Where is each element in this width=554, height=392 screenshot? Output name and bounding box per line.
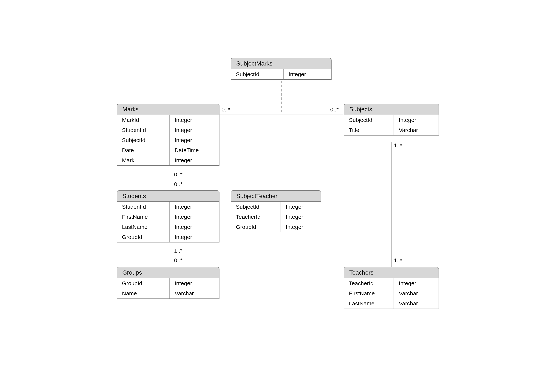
field-name: GroupId [117, 278, 170, 288]
field-name: Name [117, 288, 170, 299]
field-type: Integer [283, 69, 332, 79]
entity-teachers: Teachers TeacherId Integer FirstName Var… [344, 267, 439, 309]
field-type: Integer [170, 278, 220, 288]
multiplicity-subjects-bottom: 1..* [394, 142, 402, 149]
field-name: TeacherId [231, 212, 281, 222]
field-type: Integer [281, 202, 321, 212]
field-name: MarkId [117, 115, 170, 125]
field-name: Title [344, 125, 394, 135]
field-type: Integer [170, 135, 220, 145]
entity-title: Teachers [344, 267, 439, 278]
field-name: StudentId [117, 125, 170, 135]
field-type: Integer [281, 212, 321, 222]
field-type: Integer [394, 115, 439, 125]
field-type: Integer [170, 232, 220, 242]
field-name: GroupId [231, 222, 281, 232]
field-type: Varchar [394, 125, 439, 135]
entity-subjectteacher: SubjectTeacher SubjectId Integer Teacher… [231, 190, 321, 232]
multiplicity-students-bottom: 1..* [174, 247, 183, 254]
entity-title: Subjects [344, 104, 439, 115]
entity-groups: Groups GroupId Integer Name Varchar [117, 267, 220, 299]
field-type: Integer [170, 202, 220, 212]
entity-subjectmarks: SubjectMarks SubjectId Integer [231, 58, 332, 80]
er-diagram-canvas: 0..* 0..* 0..* 0..* 1..* 0..* 1..* 1..* … [0, 0, 554, 392]
field-type: Integer [170, 222, 220, 232]
field-type: Integer [170, 115, 220, 125]
multiplicity-groups-top: 0..* [174, 257, 183, 264]
field-type: Integer [170, 212, 220, 222]
field-name: TeacherId [344, 278, 394, 288]
field-name: StudentId [117, 202, 170, 212]
entity-title: Groups [117, 267, 219, 278]
entity-title: Marks [117, 104, 219, 115]
field-name: Date [117, 145, 170, 155]
entity-title: Students [117, 191, 219, 202]
field-name: SubjectId [344, 115, 394, 125]
multiplicity-marks-bottom: 0..* [174, 171, 183, 178]
field-name: Mark [117, 155, 170, 165]
multiplicity-marks-subjects-left: 0..* [221, 106, 230, 113]
field-type: Varchar [170, 288, 220, 299]
field-type: Varchar [394, 299, 439, 308]
field-type: Integer [170, 125, 220, 135]
field-type: Integer [281, 222, 321, 232]
field-name: SubjectId [117, 135, 170, 145]
field-name: GroupId [117, 232, 170, 242]
multiplicity-marks-subjects-right: 0..* [330, 106, 339, 113]
multiplicity-teachers-top: 1..* [394, 257, 402, 264]
field-name: LastName [344, 299, 394, 308]
field-name: FirstName [117, 212, 170, 222]
entity-marks: Marks MarkId Integer StudentId Integer S… [117, 104, 220, 166]
entity-title: SubjectMarks [231, 58, 331, 69]
field-name: FirstName [344, 288, 394, 299]
field-type: Integer [394, 278, 439, 288]
entity-students: Students StudentId Integer FirstName Int… [117, 190, 220, 243]
entity-title: SubjectTeacher [231, 191, 321, 202]
field-type: DateTime [170, 145, 220, 155]
field-name: LastName [117, 222, 170, 232]
field-type: Integer [170, 155, 220, 165]
field-name: SubjectId [231, 69, 283, 79]
entity-subjects: Subjects SubjectId Integer Title Varchar [344, 104, 439, 135]
multiplicity-students-top: 0..* [174, 181, 183, 187]
field-name: SubjectId [231, 202, 281, 212]
field-type: Varchar [394, 288, 439, 299]
